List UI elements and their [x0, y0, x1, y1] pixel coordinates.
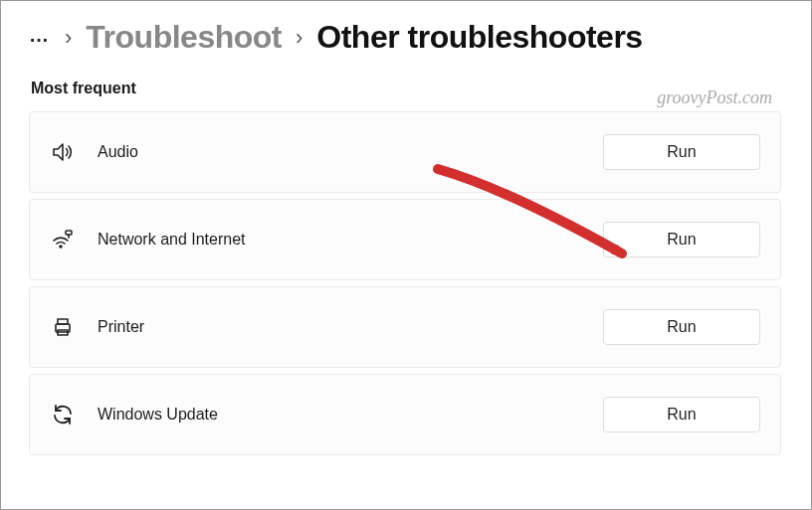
breadcrumb: … › Troubleshoot › Other troubleshooters — [29, 19, 781, 56]
watermark: groovyPost.com — [657, 87, 772, 108]
printer-icon — [50, 314, 76, 340]
breadcrumb-troubleshoot[interactable]: Troubleshoot — [86, 19, 282, 56]
troubleshooter-list: Audio Run Network and Internet Run — [29, 111, 781, 455]
list-item-label: Printer — [98, 318, 603, 336]
list-item-label: Audio — [98, 143, 603, 161]
list-item-network: Network and Internet Run — [29, 199, 781, 280]
run-button-network[interactable]: Run — [603, 222, 760, 257]
breadcrumb-more-icon[interactable]: … — [29, 25, 51, 51]
list-item-printer: Printer Run — [29, 286, 781, 368]
list-item-audio: Audio Run — [29, 111, 781, 193]
network-icon — [50, 227, 76, 253]
list-item-label: Network and Internet — [98, 231, 603, 249]
refresh-icon — [50, 402, 76, 427]
chevron-right-icon: › — [65, 25, 72, 51]
run-button-printer[interactable]: Run — [603, 309, 760, 345]
list-item-label: Windows Update — [98, 406, 603, 424]
svg-point-1 — [60, 246, 62, 248]
run-button-windows-update[interactable]: Run — [603, 397, 760, 432]
run-button-audio[interactable]: Run — [603, 134, 760, 170]
svg-marker-0 — [54, 144, 63, 160]
svg-rect-5 — [58, 319, 68, 324]
list-item-windows-update: Windows Update Run — [29, 374, 781, 455]
chevron-right-icon: › — [296, 25, 303, 51]
breadcrumb-current: Other troubleshooters — [316, 19, 642, 56]
speaker-icon — [50, 139, 76, 165]
